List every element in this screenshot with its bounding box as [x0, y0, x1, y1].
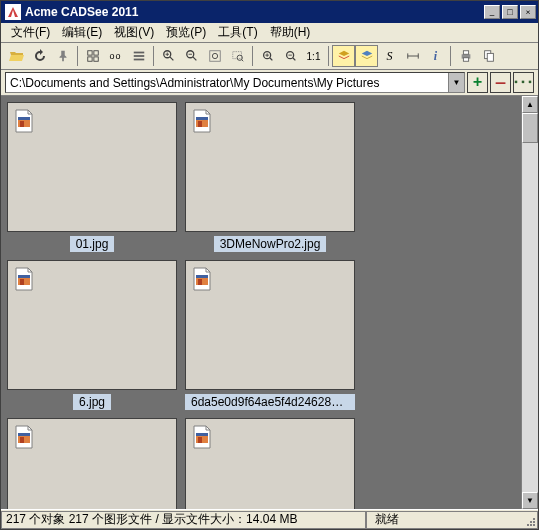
scroll-thumb[interactable] — [522, 113, 538, 143]
menu-preview[interactable]: 预览(P) — [160, 22, 212, 43]
thumbnail-item[interactable] — [7, 418, 177, 509]
scroll-track[interactable] — [522, 143, 538, 492]
separator — [450, 46, 451, 66]
menu-view[interactable]: 视图(V) — [108, 22, 160, 43]
svg-rect-1 — [93, 51, 97, 55]
zoom-out-icon[interactable] — [180, 45, 203, 67]
list-view-button[interactable] — [127, 45, 150, 67]
minimize-button[interactable]: _ — [484, 5, 500, 19]
status-right: 就绪 — [366, 511, 538, 529]
menu-help[interactable]: 帮助(H) — [264, 22, 317, 43]
vertical-scrollbar[interactable]: ▲ ▼ — [521, 96, 538, 509]
svg-rect-38 — [196, 117, 208, 120]
zoom-actual-icon[interactable]: 1:1 — [302, 45, 325, 67]
addressbar: ▼ + — ▪▪▪ — [1, 70, 538, 95]
path-combo: ▼ — [5, 72, 465, 93]
app-icon — [5, 4, 21, 20]
info-button[interactable]: i — [424, 45, 447, 67]
svg-rect-48 — [20, 437, 24, 443]
refresh-button[interactable] — [28, 45, 51, 67]
svg-line-18 — [241, 60, 243, 62]
svg-rect-45 — [198, 279, 202, 285]
svg-rect-33 — [487, 53, 493, 61]
window-controls: _ □ × — [484, 5, 538, 19]
svg-rect-0 — [87, 51, 91, 55]
thumbnail-frame — [7, 260, 177, 390]
zoom-in-icon[interactable] — [157, 45, 180, 67]
svg-line-24 — [292, 58, 295, 61]
svg-point-15 — [212, 53, 217, 58]
svg-rect-44 — [196, 275, 208, 278]
path-input[interactable] — [6, 73, 448, 92]
thumbnail-item[interactable]: 6.jpg — [7, 260, 177, 410]
add-button[interactable]: + — [467, 72, 488, 93]
menubar: 文件(F) 编辑(E) 视图(V) 预览(P) 工具(T) 帮助(H) — [1, 23, 538, 43]
zoom-prev-icon[interactable] — [256, 45, 279, 67]
open-folder-button[interactable] — [5, 45, 28, 67]
thumbnail-frame — [185, 260, 355, 390]
svg-rect-2 — [87, 57, 91, 61]
svg-rect-31 — [463, 58, 468, 62]
image-file-icon — [192, 267, 212, 291]
thumbnail-label: 6da5e0d9f64ae5f4d24628623c0... — [185, 394, 355, 410]
window-title: Acme CADSee 2011 — [25, 5, 484, 19]
svg-rect-30 — [463, 51, 468, 55]
svg-rect-5 — [133, 55, 144, 57]
thumbnail-label: 6.jpg — [73, 394, 111, 410]
thumbnail-label: 01.jpg — [70, 236, 115, 252]
thumbnail-view-button[interactable] — [81, 45, 104, 67]
print-button[interactable] — [454, 45, 477, 67]
status-left: 217 个对象 217 个图形文件 / 显示文件大小：14.04 MB — [1, 511, 366, 529]
svg-rect-47 — [18, 433, 30, 436]
snap-s-button[interactable]: S — [378, 45, 401, 67]
detail-view-button[interactable]: oo — [104, 45, 127, 67]
close-button[interactable]: × — [520, 5, 536, 19]
pin-button[interactable] — [51, 45, 74, 67]
resize-grip-icon[interactable] — [527, 518, 535, 526]
remove-button[interactable]: — — [490, 72, 511, 93]
svg-rect-42 — [20, 279, 24, 285]
scroll-down-button[interactable]: ▼ — [522, 492, 538, 509]
icon-view[interactable]: 01.jpg3DMeNowPro2.jpg6.jpg6da5e0d9f64ae5… — [1, 96, 521, 509]
svg-line-20 — [269, 58, 272, 61]
thumbnail-item[interactable]: 01.jpg — [7, 102, 177, 252]
thumbnail-frame — [7, 418, 177, 509]
zoom-region-icon[interactable] — [226, 45, 249, 67]
separator — [252, 46, 253, 66]
measure-button[interactable] — [401, 45, 424, 67]
copy-button[interactable] — [477, 45, 500, 67]
menu-file[interactable]: 文件(F) — [5, 22, 56, 43]
thumbnail-item[interactable]: 6da5e0d9f64ae5f4d24628623c0... — [185, 260, 355, 410]
zoom-fit-icon[interactable] — [203, 45, 226, 67]
svg-rect-35 — [18, 117, 30, 120]
thumbnail-item[interactable] — [185, 418, 355, 509]
layers-button[interactable] — [332, 45, 355, 67]
menu-edit[interactable]: 编辑(E) — [56, 22, 108, 43]
scroll-up-button[interactable]: ▲ — [522, 96, 538, 113]
svg-rect-39 — [198, 121, 202, 127]
content-area: 01.jpg3DMeNowPro2.jpg6.jpg6da5e0d9f64ae5… — [1, 95, 538, 509]
svg-rect-51 — [198, 437, 202, 443]
separator — [77, 46, 78, 66]
image-file-icon — [14, 109, 34, 133]
thumbnail-frame — [185, 418, 355, 509]
svg-rect-4 — [133, 52, 144, 54]
app-window: Acme CADSee 2011 _ □ × 文件(F) 编辑(E) 视图(V)… — [0, 0, 539, 530]
image-file-icon — [192, 109, 212, 133]
thumbnail-frame — [185, 102, 355, 232]
maximize-button[interactable]: □ — [502, 5, 518, 19]
zoom-next-icon[interactable] — [279, 45, 302, 67]
menu-tools[interactable]: 工具(T) — [212, 22, 263, 43]
layers2-button[interactable] — [355, 45, 378, 67]
svg-rect-41 — [18, 275, 30, 278]
thumbnail-frame — [7, 102, 177, 232]
image-file-icon — [14, 267, 34, 291]
svg-rect-36 — [20, 121, 24, 127]
thumbnail-item[interactable]: 3DMeNowPro2.jpg — [185, 102, 355, 252]
svg-line-8 — [169, 57, 173, 61]
path-dropdown-button[interactable]: ▼ — [448, 73, 464, 92]
svg-rect-6 — [133, 59, 144, 61]
titlebar: Acme CADSee 2011 _ □ × — [1, 1, 538, 23]
separator — [328, 46, 329, 66]
more-button[interactable]: ▪▪▪ — [513, 72, 534, 93]
